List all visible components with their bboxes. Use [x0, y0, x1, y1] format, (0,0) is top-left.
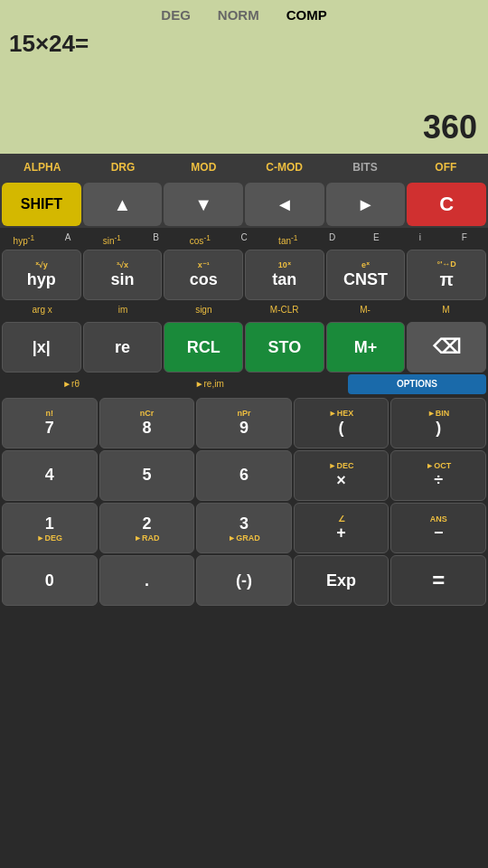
- top-func-row: ALPHA DRG MOD C-MOD BITS OFF: [0, 154, 488, 181]
- divide-label: ÷: [434, 471, 443, 490]
- btn-negate[interactable]: (-): [196, 555, 292, 606]
- cnst-button[interactable]: eˣ CNST: [326, 250, 406, 300]
- btnmul-top: ►DEC: [329, 462, 354, 470]
- btn6-label: 6: [239, 466, 249, 485]
- sub-b: B: [134, 228, 178, 248]
- exp-label: Exp: [326, 571, 356, 590]
- down-button[interactable]: ▼: [164, 183, 243, 226]
- btn-rparen[interactable]: ►BIN ): [390, 398, 486, 448]
- btn2-label: 2: [142, 514, 151, 533]
- btnplus-sub: ∠: [338, 515, 345, 524]
- btnrparen-top: ►BIN: [427, 410, 449, 418]
- calculator-display: DEG NORM COMP 15×24= 360: [0, 0, 488, 154]
- clear-button[interactable]: C: [407, 183, 486, 226]
- btn5-label: 5: [142, 466, 151, 485]
- btn-8[interactable]: nCr 8: [99, 398, 195, 448]
- sto-button[interactable]: STO: [245, 322, 324, 373]
- btn9-label: 9: [239, 419, 249, 438]
- rcl-label: RCL: [187, 338, 221, 357]
- label-off: OFF: [406, 161, 486, 174]
- up-button[interactable]: ▲: [83, 183, 163, 226]
- btn-exp[interactable]: Exp: [294, 555, 389, 606]
- btn-dot[interactable]: .: [99, 555, 195, 606]
- btn-row-5: 1 ►DEG 2 ►RAD 3 ►GRAD ∠ + ANS −: [0, 501, 488, 553]
- sub-f: F: [442, 228, 486, 248]
- sub-hyp: hyp-1: [2, 228, 46, 248]
- btn8-label: 8: [142, 419, 151, 438]
- hyp-button[interactable]: ˣ√y hyp: [2, 250, 81, 300]
- btn7-label: 7: [45, 419, 54, 438]
- btn7-top: n!: [46, 410, 54, 418]
- abs-button[interactable]: |x|: [2, 322, 81, 373]
- left-button[interactable]: ◄: [245, 183, 324, 226]
- sub-mminus: M-: [324, 300, 405, 320]
- tan-label: tan: [272, 270, 296, 289]
- sin-top-label: ³√x: [117, 261, 128, 269]
- mode-norm: NORM: [218, 7, 259, 23]
- shift-button[interactable]: SHIFT: [2, 183, 81, 226]
- btnlparen-top: ►HEX: [329, 410, 353, 418]
- btn-3[interactable]: 3 ►GRAD: [196, 503, 292, 553]
- sub-d: D: [310, 228, 354, 248]
- btnminus-sub: ANS: [430, 515, 447, 524]
- minus-label: −: [434, 524, 444, 542]
- pi-label: π: [440, 269, 454, 290]
- rparen-label: ): [436, 419, 441, 438]
- btn-0[interactable]: 0: [2, 555, 98, 606]
- plus-label: +: [336, 524, 346, 542]
- sin-label: sin: [111, 270, 135, 289]
- btn4-label: 4: [45, 466, 54, 485]
- btn1-sub: ►DEG: [37, 534, 62, 542]
- btn-plus[interactable]: ∠ +: [294, 503, 389, 553]
- tan-button[interactable]: 10ˣ tan: [245, 250, 324, 300]
- sub-cos1: cos-1: [178, 228, 222, 248]
- btn-4[interactable]: 4: [2, 450, 98, 501]
- btn-minus[interactable]: ANS −: [390, 503, 486, 553]
- btn-equals[interactable]: =: [390, 555, 486, 606]
- label-mod: MOD: [164, 161, 244, 174]
- sub-reim: ►re,im: [140, 374, 278, 394]
- label-cmod: C-MOD: [244, 161, 324, 174]
- backspace-label: ⌫: [433, 335, 461, 359]
- cnst-top-label: eˣ: [361, 261, 370, 269]
- btn-5[interactable]: 5: [99, 450, 195, 501]
- sub-i: i: [399, 228, 443, 248]
- hyp-label: hyp: [27, 270, 56, 289]
- btn-row-1: ˣ√y hyp ³√x sin x⁻¹ cos 10ˣ tan eˣ CNST …: [0, 248, 488, 300]
- backspace-button[interactable]: ⌫: [407, 322, 486, 373]
- sub-row-2: arg x im sign M-CLR M- M: [0, 300, 488, 320]
- abs-label: |x|: [33, 338, 51, 357]
- pi-button[interactable]: °'↔D π: [407, 250, 486, 300]
- btn-1[interactable]: 1 ►DEG: [2, 503, 98, 553]
- btn1-label: 1: [45, 514, 54, 533]
- btn-6[interactable]: 6: [196, 450, 292, 501]
- btn-9[interactable]: nPr 9: [196, 398, 292, 448]
- btn-multiply[interactable]: ►DEC ×: [294, 450, 389, 501]
- sub-argx: arg x: [2, 300, 82, 320]
- mplus-label: M+: [354, 338, 378, 357]
- cnst-label: CNST: [343, 270, 388, 289]
- sub-row-1: hyp-1 A sin-1 B cos-1 C tan-1 D E i F: [0, 228, 488, 248]
- btn-divide[interactable]: ►OCT ÷: [390, 450, 486, 501]
- rcl-button[interactable]: RCL: [164, 322, 243, 373]
- cos-button[interactable]: x⁻¹ cos: [164, 250, 243, 300]
- label-drg: DRG: [82, 161, 163, 174]
- btndiv-top: ►OCT: [426, 462, 451, 470]
- btn3-label: 3: [239, 514, 249, 533]
- sub-m: M: [406, 300, 486, 320]
- right-button[interactable]: ►: [326, 183, 406, 226]
- options-sub-label: OPTIONS: [348, 374, 486, 394]
- expression-display: 15×24=: [9, 26, 479, 61]
- btn-row-3: n! 7 nCr 8 nPr 9 ►HEX ( ►BIN ): [0, 396, 488, 448]
- btn-2[interactable]: 2 ►RAD: [99, 503, 195, 553]
- btn8-top: nCr: [140, 410, 155, 418]
- sin-button[interactable]: ³√x sin: [83, 250, 163, 300]
- hyp-top-label: ˣ√y: [35, 261, 48, 269]
- cos-label: cos: [190, 270, 218, 289]
- btn-lparen[interactable]: ►HEX (: [294, 398, 389, 448]
- mplus-button[interactable]: M+: [326, 322, 406, 373]
- btn-7[interactable]: n! 7: [2, 398, 98, 448]
- re-button[interactable]: re: [83, 322, 163, 373]
- sub-tan1: tan-1: [266, 228, 310, 248]
- sub-mclr: M-CLR: [244, 300, 324, 320]
